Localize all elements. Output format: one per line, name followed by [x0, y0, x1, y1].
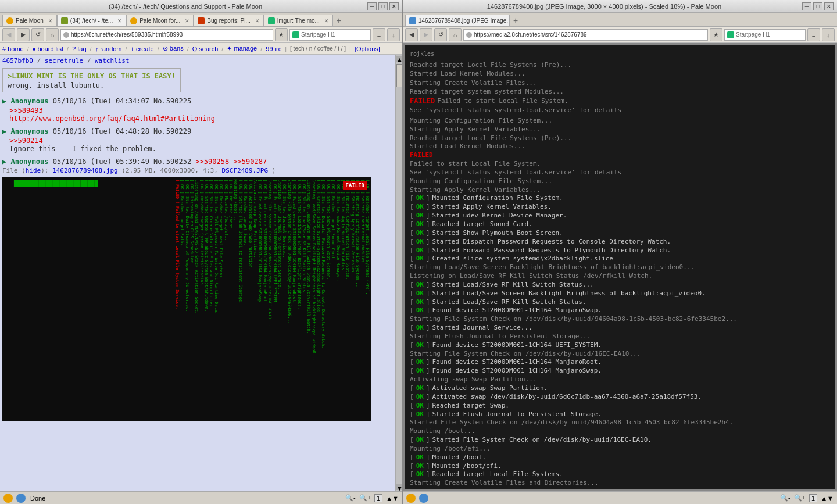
scroll-thumb[interactable]	[396, 64, 402, 87]
post-meta-590225: 05/10/16 (Tue) 04:34:07	[53, 97, 153, 105]
left-extra-btn1[interactable]: ≡	[373, 28, 385, 41]
bookmark-btn-right[interactable]: ★	[710, 28, 722, 41]
tab-close-bug[interactable]: ✕	[255, 18, 260, 24]
new-tab-btn-left[interactable]: +	[333, 15, 345, 26]
boot-line-failed: FAILED Failed to start Local File System…	[410, 96, 830, 106]
tab-close-tech[interactable]: ✕	[117, 18, 122, 24]
tab-tech[interactable]: (34) /tech/ - /te... ✕	[57, 15, 126, 26]
tab-pale-moon-1[interactable]: Pale Moon ✕	[2, 15, 57, 26]
bm-options[interactable]: [Options]	[355, 45, 380, 52]
back-btn-left[interactable]: ◀	[2, 28, 15, 41]
chan-icon	[61, 17, 68, 24]
breadcrumb-link-1[interactable]: 4657bfb0	[2, 57, 33, 65]
left-maximize-btn[interactable]: □	[378, 2, 388, 10]
boot-log-line-17: [ OK ] Started Load/Save RF Kill Switch …	[410, 281, 830, 289]
status-face-icon	[16, 494, 26, 503]
post-reply-258[interactable]: >>590258	[195, 158, 229, 166]
bm-irc[interactable]: 99 irc	[266, 45, 281, 52]
file-size-info: (2.95 MB, 4000x3000, 4:3,	[121, 167, 221, 174]
back-btn-right[interactable]: ◀	[405, 28, 418, 41]
post-image-590252[interactable]: [ OK ] Reached target Local File Systems…	[2, 177, 371, 421]
file-orig-name[interactable]: DSCF2489.JPG	[222, 167, 268, 174]
boot-log-line-12: [ OK ] Started Dispatch Password Request…	[410, 238, 830, 246]
right-window-title: 1462876789408.jpg (JPEG Image, 3000 × 40…	[406, 3, 802, 10]
bm-board-list[interactable]: ♦ board list	[33, 45, 63, 52]
boot-log-line-13: [ OK ] Started Forward Password Requests…	[410, 246, 830, 255]
breadcrumb: 4657bfb0 / secretrule / watchlist	[2, 57, 393, 65]
post-url-openbsd[interactable]: http://www.openbsd.org/faq/faq4.html#Par…	[9, 115, 215, 123]
left-minimize-btn[interactable]: ─	[367, 2, 377, 10]
tab-imgur[interactable]: Imgur: The mo... ✕	[264, 15, 333, 26]
post-reply-287[interactable]: >>590287	[233, 158, 267, 166]
zoom-out-btn[interactable]: 🔍-	[345, 494, 356, 502]
zoom-in-btn[interactable]: 🔍+	[359, 494, 371, 502]
reload-btn-right[interactable]: ↺	[434, 28, 447, 41]
left-content-area: 4657bfb0 / secretrule / watchlist >LINUX…	[0, 55, 402, 491]
post-590225: ▶ Anonymous 05/10/16 (Tue) 04:34:07 No.5…	[2, 97, 393, 123]
right-tab-bar: 1462876789408.jpg (JPEG Image, ... ✕ +	[403, 13, 837, 27]
left-bookmarks-bar: # home / ♦ board list / ? faq / ↑ random…	[0, 43, 402, 55]
file-name-link[interactable]: 1462876789408.jpg	[52, 167, 118, 174]
home-btn-left[interactable]: ⌂	[46, 28, 59, 41]
breadcrumb-link-2[interactable]: secretrule	[45, 57, 83, 65]
bm-manage[interactable]: ✦ manage	[227, 45, 257, 52]
bookmark-btn-left[interactable]: ★	[275, 28, 288, 41]
right-maximize-btn[interactable]: □	[813, 2, 822, 10]
post-reply-link-590214[interactable]: >>590214	[9, 137, 43, 145]
file-hide-link[interactable]: hide	[26, 167, 41, 174]
green-indicators: ████████████████████████	[14, 180, 98, 187]
post-reply-link-589493[interactable]: >>589493	[9, 106, 43, 115]
search-icon-right	[727, 31, 734, 38]
bm-faq[interactable]: ? faq	[72, 45, 86, 52]
right-minimize-btn[interactable]: ─	[802, 2, 811, 10]
right-status-bar: 🔍- 🔍+ 1 ▲▼	[403, 491, 837, 504]
right-extra-btn1[interactable]: ≡	[807, 28, 820, 41]
boot-log-line-32: [ OK ] Started Flush Journal to Persiste…	[410, 410, 830, 419]
tab-image-right[interactable]: 1462876789408.jpg (JPEG Image, ... ✕	[405, 15, 510, 26]
tab-label-bug: Bug reports: Pl...	[207, 17, 250, 24]
right-window-controls: ─ □ ✕	[802, 2, 834, 10]
tab-close-2[interactable]: ✕	[185, 18, 189, 24]
forward-btn-right[interactable]: ▶	[420, 28, 432, 41]
bm-bans[interactable]: ⊘ bans	[163, 45, 184, 52]
tab-pale-moon-2[interactable]: Pale Moon for... ✕	[126, 15, 194, 26]
bm-search[interactable]: Q search	[192, 45, 219, 52]
imgur-icon	[268, 17, 275, 24]
left-scrollbar[interactable]: ▲ ▼	[395, 55, 402, 491]
tab-close-1[interactable]: ✕	[48, 18, 53, 24]
boot-log-line-40: Starting Create Volatile Files and Direc…	[410, 479, 830, 488]
right-zoom-out[interactable]: 🔍-	[780, 494, 791, 502]
terminal-image-container: [ OK ] Reached target Local File Systems…	[2, 177, 371, 421]
scroll-up-btn[interactable]: ▲	[396, 56, 402, 62]
boot-log-header: rojkles	[410, 50, 830, 58]
boot-log-line-2: FAILED	[410, 151, 830, 160]
scroll-down-btn[interactable]: ▼	[396, 484, 402, 490]
home-btn-right[interactable]: ⌂	[449, 28, 462, 41]
bm-home[interactable]: # home	[2, 45, 24, 52]
right-status-left	[406, 494, 775, 503]
right-search-bar[interactable]: Startpage H1	[724, 29, 806, 41]
boot-log-image: rojkles Reached target Local File System…	[405, 45, 835, 489]
right-address-bar[interactable]: https://media2.8ch.net/tech/src/14628767…	[463, 29, 708, 41]
boot-log-line-6: Starting Apply Kernel Variables...	[410, 186, 830, 195]
left-search-bar[interactable]: Startpage H1	[289, 29, 371, 41]
right-zoom-in[interactable]: 🔍+	[794, 494, 806, 502]
left-close-btn[interactable]: ✕	[389, 2, 399, 10]
breadcrumb-link-3[interactable]: watchlist	[95, 57, 130, 65]
reload-btn-left[interactable]: ↺	[31, 28, 44, 41]
new-tab-btn-right[interactable]: +	[510, 15, 521, 26]
right-extra-btn2[interactable]: ↓	[822, 28, 835, 41]
boot-log-line-27: [ OK ] Found device ST2000DM001-1CH164 M…	[410, 367, 830, 376]
left-address-bar[interactable]: https://8ch.net/tech/res/589385.html#589…	[60, 29, 273, 41]
zoom-level[interactable]: 1	[374, 494, 382, 502]
post-name-590225: ▶ Anonymous	[2, 97, 48, 105]
right-zoom-level[interactable]: 1	[809, 494, 817, 502]
right-close-btn[interactable]: ✕	[824, 2, 834, 10]
tab-close-imgur[interactable]: ✕	[324, 18, 329, 24]
forward-btn-left[interactable]: ▶	[17, 28, 30, 41]
tab-bug[interactable]: Bug reports: Pl... ✕	[194, 15, 263, 26]
left-extra-btn2[interactable]: ↓	[387, 28, 400, 41]
bm-create[interactable]: + create	[131, 45, 154, 52]
bm-random[interactable]: ↑ random	[95, 45, 122, 52]
right-status-right: 🔍- 🔍+ 1 ▲▼	[780, 494, 834, 502]
